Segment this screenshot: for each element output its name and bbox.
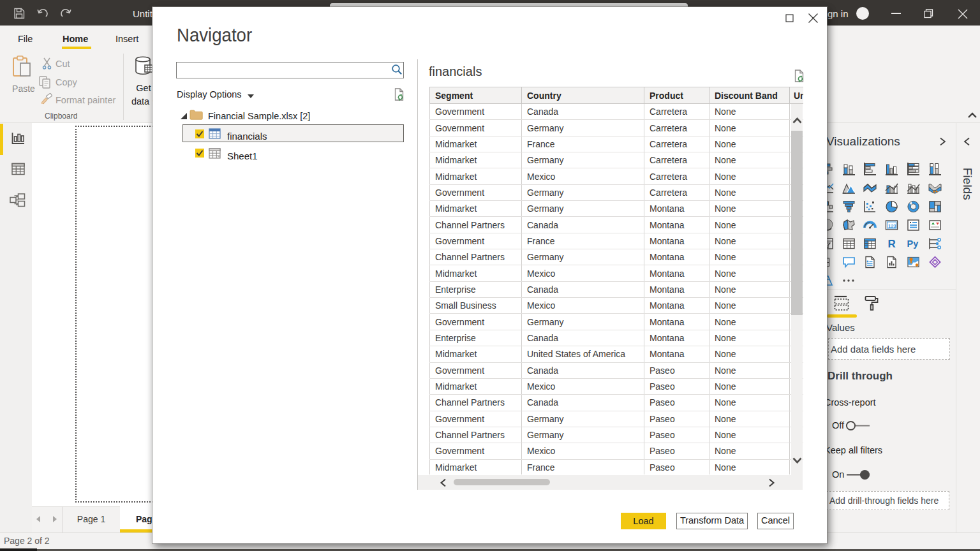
svg-text:Py: Py — [907, 239, 919, 249]
svg-text:123: 123 — [888, 223, 896, 229]
svg-text:R: R — [888, 238, 896, 250]
